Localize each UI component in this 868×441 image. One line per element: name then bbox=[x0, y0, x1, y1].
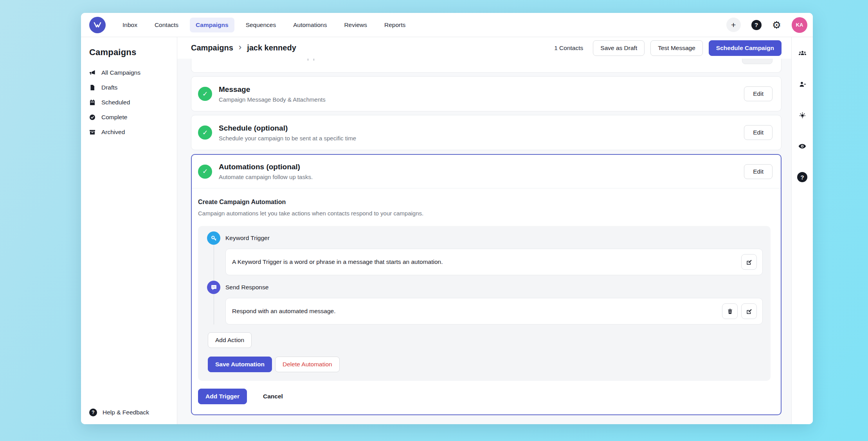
clipped-button bbox=[742, 59, 773, 64]
check-circle-icon bbox=[89, 114, 95, 120]
document-icon bbox=[89, 84, 95, 91]
help-feedback-link[interactable]: ? Help & Feedback bbox=[89, 409, 177, 416]
sidebar-item-label: Drafts bbox=[101, 84, 117, 91]
clipped-text-remnant bbox=[308, 59, 314, 61]
chevron-right-icon: › bbox=[239, 42, 241, 52]
question-circle-icon: ? bbox=[89, 409, 97, 416]
help-feedback-label: Help & Feedback bbox=[103, 409, 149, 416]
top-nav-actions: + ? ⚙ KA bbox=[726, 17, 807, 33]
tips-lightbulb-icon[interactable] bbox=[794, 108, 810, 123]
edit-action-button[interactable] bbox=[741, 303, 757, 319]
schedule-section-subtitle: Schedule your campaign to be sent at a s… bbox=[219, 135, 356, 142]
message-section-title: Message bbox=[219, 85, 326, 94]
send-response-label: Send Response bbox=[225, 281, 763, 294]
send-response-description: Respond with an automated message. bbox=[232, 308, 336, 315]
question-glyph: ? bbox=[797, 172, 807, 182]
message-section-card: ✓ Message Campaign Message Body & Attach… bbox=[191, 76, 782, 111]
nav-item-automations[interactable]: Automations bbox=[287, 18, 333, 32]
app-window: Inbox Contacts Campaigns Sequences Autom… bbox=[81, 13, 813, 424]
sidebar-item-label: Scheduled bbox=[101, 99, 130, 106]
automations-section-header: ✓ Automations (optional) Automate campai… bbox=[192, 155, 781, 188]
automations-section-card: ✓ Automations (optional) Automate campai… bbox=[191, 154, 782, 415]
schedule-campaign-button[interactable]: Schedule Campaign bbox=[709, 40, 782, 56]
chat-bubble-icon bbox=[207, 281, 220, 294]
key-icon bbox=[207, 231, 220, 245]
send-response-step: Send Response Respond with an automated … bbox=[198, 281, 763, 324]
add-new-button[interactable]: + bbox=[726, 18, 741, 32]
keyword-trigger-label: Keyword Trigger bbox=[225, 231, 763, 245]
schedule-section-title: Schedule (optional) bbox=[219, 124, 356, 133]
save-automation-button[interactable]: Save Automation bbox=[208, 357, 272, 372]
clipped-contacts-card bbox=[191, 59, 782, 73]
whippy-logo-icon[interactable] bbox=[89, 17, 106, 33]
contacts-count: 1 Contacts bbox=[554, 45, 583, 52]
breadcrumb: Campaigns › jack kennedy bbox=[191, 43, 296, 52]
megaphone-icon bbox=[89, 70, 95, 76]
sidebar-item-label: Complete bbox=[101, 114, 127, 121]
keyword-trigger-description: A Keyword Trigger is a word or phrase in… bbox=[232, 258, 443, 265]
person-remove-icon[interactable] bbox=[794, 77, 810, 92]
delete-automation-button[interactable]: Delete Automation bbox=[275, 357, 340, 372]
edit-automations-button[interactable]: Edit bbox=[744, 164, 773, 179]
keyword-trigger-box[interactable]: A Keyword Trigger is a word or phrase in… bbox=[225, 249, 763, 275]
user-avatar[interactable]: KA bbox=[792, 17, 807, 33]
sidebar-item-scheduled[interactable]: Scheduled bbox=[89, 97, 177, 108]
nav-item-campaigns[interactable]: Campaigns bbox=[190, 18, 234, 32]
breadcrumb-campaigns[interactable]: Campaigns bbox=[191, 43, 233, 52]
top-nav: Inbox Contacts Campaigns Sequences Autom… bbox=[81, 13, 813, 37]
sidebar-item-complete[interactable]: Complete bbox=[89, 111, 177, 123]
right-icon-rail: ? bbox=[791, 37, 813, 424]
nav-item-contacts[interactable]: Contacts bbox=[149, 18, 184, 32]
settings-gear-icon[interactable]: ⚙ bbox=[772, 20, 781, 30]
sidebar-list: All Campaigns Drafts Scheduled Complete … bbox=[89, 67, 177, 138]
archive-icon bbox=[89, 129, 95, 135]
help-question-icon[interactable]: ? bbox=[794, 169, 810, 185]
create-automation-title: Create Campaign Automation bbox=[198, 199, 771, 206]
sidebar-item-label: All Campaigns bbox=[101, 69, 140, 76]
people-group-icon[interactable] bbox=[794, 46, 810, 61]
sidebar-item-drafts[interactable]: Drafts bbox=[89, 82, 177, 93]
page-header: Campaigns › jack kennedy 1 Contacts Save… bbox=[177, 37, 791, 59]
automations-section-subtitle: Automate campaign follow up tasks. bbox=[219, 174, 313, 180]
nav-item-sequences[interactable]: Sequences bbox=[240, 18, 282, 32]
automations-section-title: Automations (optional) bbox=[219, 163, 313, 171]
nav-item-inbox[interactable]: Inbox bbox=[117, 18, 143, 32]
test-message-button[interactable]: Test Message bbox=[650, 40, 703, 56]
sidebar: Campaigns All Campaigns Drafts Scheduled… bbox=[81, 37, 177, 424]
delete-action-button[interactable] bbox=[722, 303, 738, 319]
nav-item-reports[interactable]: Reports bbox=[378, 18, 411, 32]
eye-preview-icon[interactable] bbox=[794, 138, 810, 154]
sidebar-item-label: Archived bbox=[101, 129, 125, 136]
schedule-section-card: ✓ Schedule (optional) Schedule your camp… bbox=[191, 115, 782, 150]
sidebar-item-all-campaigns[interactable]: All Campaigns bbox=[89, 67, 177, 79]
keyword-trigger-step: Keyword Trigger A Keyword Trigger is a w… bbox=[198, 231, 763, 275]
edit-message-button[interactable]: Edit bbox=[744, 86, 773, 101]
breadcrumb-campaign-name: jack kennedy bbox=[247, 43, 296, 52]
nav-item-reviews[interactable]: Reviews bbox=[338, 18, 373, 32]
calendar-icon bbox=[89, 99, 95, 106]
edit-trigger-button[interactable] bbox=[741, 254, 757, 270]
save-as-draft-button[interactable]: Save as Draft bbox=[593, 40, 645, 56]
send-response-box[interactable]: Respond with an automated message. bbox=[225, 298, 763, 324]
automation-editor-panel: Keyword Trigger A Keyword Trigger is a w… bbox=[198, 226, 771, 381]
campaign-sections-scroll[interactable]: ✓ Message Campaign Message Body & Attach… bbox=[177, 59, 791, 424]
nav-items: Inbox Contacts Campaigns Sequences Autom… bbox=[117, 18, 411, 32]
main-area: Campaigns › jack kennedy 1 Contacts Save… bbox=[177, 37, 791, 424]
green-check-icon: ✓ bbox=[198, 165, 212, 179]
add-trigger-button[interactable]: Add Trigger bbox=[198, 389, 247, 404]
green-check-icon: ✓ bbox=[198, 87, 212, 101]
help-icon[interactable]: ? bbox=[751, 20, 762, 30]
cancel-button[interactable]: Cancel bbox=[256, 389, 290, 404]
green-check-icon: ✓ bbox=[198, 125, 212, 140]
sidebar-title: Campaigns bbox=[89, 47, 177, 57]
sidebar-item-archived[interactable]: Archived bbox=[89, 126, 177, 138]
edit-schedule-button[interactable]: Edit bbox=[744, 125, 773, 140]
add-action-button[interactable]: Add Action bbox=[208, 332, 252, 348]
message-section-subtitle: Campaign Message Body & Attachments bbox=[219, 96, 326, 103]
header-actions: 1 Contacts Save as Draft Test Message Sc… bbox=[554, 40, 782, 56]
create-automation-subtitle: Campaign automations let you take action… bbox=[198, 210, 771, 217]
